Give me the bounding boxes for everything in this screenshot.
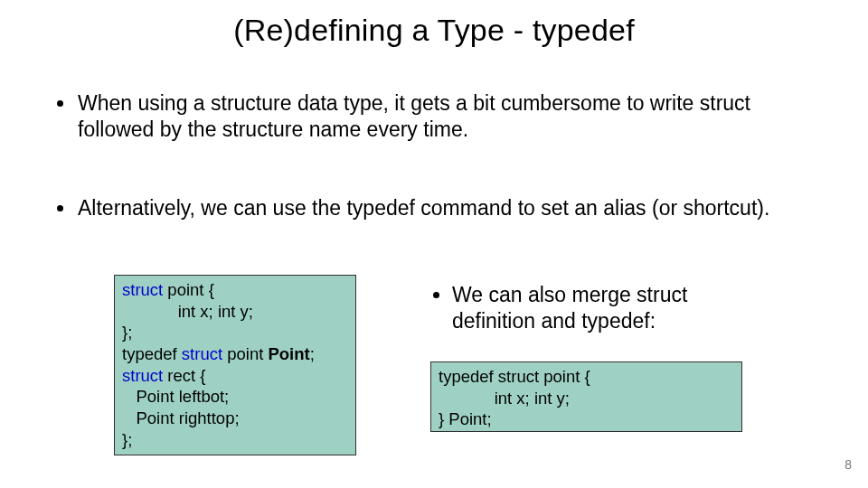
- code-l1b: point {: [163, 280, 214, 299]
- code-l5b: rect {: [163, 366, 205, 385]
- code-l4a: typedef: [122, 344, 182, 363]
- bullet-1-post: followed by the structure name every tim…: [78, 117, 468, 141]
- typename-point: Point: [268, 344, 309, 363]
- bullet-1-keyword: struct: [700, 91, 750, 115]
- code-r3: } Point;: [439, 409, 492, 428]
- bullet-2-post: command to set an alias (or shortcut).: [415, 196, 769, 220]
- code-l6: Point leftbot;: [122, 387, 229, 406]
- slide-title: (Re)defining a Type - typedef: [0, 13, 868, 48]
- code-l4e: ;: [310, 344, 315, 363]
- bullet-1-pre: When using a structure data type, it get…: [78, 91, 700, 115]
- code-r2: int x; int y;: [439, 389, 570, 408]
- kw-struct: struct: [182, 344, 222, 363]
- bullet-2-keyword: typedef: [346, 196, 414, 220]
- code-l7: Point righttop;: [122, 408, 240, 427]
- code-l8: };: [122, 430, 132, 449]
- code-box-right: typedef struct point { int x; int y; } P…: [430, 361, 742, 432]
- code-l4c: point: [222, 344, 268, 363]
- kw-struct: struct: [122, 280, 163, 299]
- kw-struct: struct: [122, 366, 163, 385]
- code-r1: typedef struct point {: [439, 367, 590, 386]
- bullet-2-pre: Alternatively, we can use the: [78, 196, 346, 220]
- code-l3: };: [122, 323, 132, 342]
- code-box-left: struct point { int x; int y; }; typedef …: [114, 275, 356, 455]
- page-number: 8: [844, 457, 852, 472]
- bullet-3: We can also merge struct definition and …: [430, 282, 774, 335]
- slide: { "title": "(Re)defining a Type - typede…: [0, 0, 868, 488]
- bullet-1: When using a structure data type, it get…: [54, 90, 814, 144]
- code-l2: int x; int y;: [122, 302, 253, 321]
- bullet-2: Alternatively, we can use the typedef co…: [54, 195, 814, 221]
- bullet-3-text: We can also merge struct definition and …: [452, 282, 774, 335]
